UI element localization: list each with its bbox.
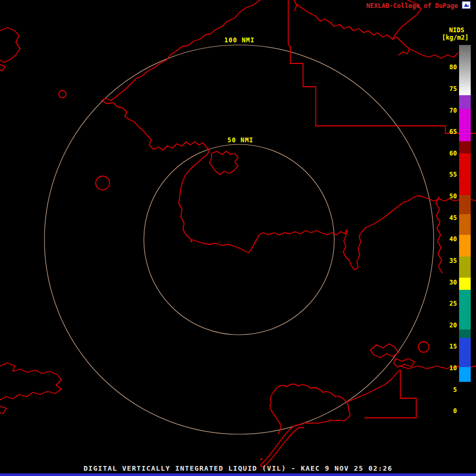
colorbar-segment [459,109,471,141]
colorbar-segment [459,257,471,278]
cod-page-icon [462,1,471,9]
range-ring-100nmi [44,45,434,434]
colorbar-tick-label: 15 [440,342,457,351]
map-outlines [0,0,476,466]
colorbar-tick-label: 20 [440,321,457,329]
map-dot-south [260,458,262,460]
colorbar-tick-label: 60 [440,149,457,158]
colorbar-tick-label: 45 [440,214,457,222]
colorbar-segment [459,329,471,338]
product-title: DIGITAL VERTICALLY INTEGRATED LIQUID (VI… [0,464,476,472]
coastline-west-blob-2 [0,65,5,71]
colorbar-tick-label: 10 [440,364,457,372]
colorbar-tick-label: 70 [440,106,457,115]
colorbar-segment [459,382,471,419]
colorbar-segment [459,278,471,290]
colorbar-segment [459,338,471,367]
range-ring-label-50nmi: 50 NMI [226,136,255,144]
coastline-southwest [0,363,61,414]
coastline-northeast-3 [409,49,458,58]
coastline-west-blob-1 [0,28,20,62]
colorbar-segment [459,290,471,329]
colorbar-units: [kg/m2] [442,34,469,41]
estuary-outline [209,151,238,175]
colorbar-tick-label: 30 [440,278,457,287]
island-southeast-2 [393,359,415,367]
colorbar-segment [459,95,471,109]
colorbar-segment [459,235,471,257]
delta-northeast-shore [346,370,399,402]
colorbar-title: NIDS [449,26,464,34]
delta-outline [261,384,350,466]
range-ring-label-100nmi: 100 NMI [223,36,257,44]
colorbar-segment [459,367,471,382]
lake-circle-west-small [59,90,66,98]
colorbar-segment [459,195,471,215]
brand-text: NEXLAB-College of DuPage [367,2,458,10]
range-ring-50nmi [144,144,334,335]
lake-circle-west-large [96,176,109,190]
colorbar-segment [459,153,471,195]
coastline-main [102,0,476,270]
range-rings [44,45,434,434]
colorbar-tick-label: 40 [440,235,457,243]
colorbar-tick-label: 75 [440,85,457,93]
colorbar-tick-label: 65 [440,127,457,136]
lake-circle-southeast [418,342,429,352]
colorbar-segment [459,141,471,153]
colorbar-tick-label: 80 [440,63,457,71]
delta-west-shore [270,391,281,434]
radar-map[interactable] [0,0,476,476]
county-border-southeast [365,370,416,418]
island-southeast-1 [370,344,398,358]
colorbar-tick-label: 0 [440,407,457,415]
bottom-blue-bar [0,473,476,476]
colorbar [459,45,471,419]
colorbar-tick-label: 55 [440,170,457,179]
colorbar-tick-label: 5 [440,386,457,394]
map-dot-center [190,240,193,242]
colorbar-tick-label: 35 [440,257,457,265]
colorbar-segment [459,45,471,95]
colorbar-segment [459,214,471,235]
colorbar-tick-label: 50 [440,192,457,200]
colorbar-tick-label: 25 [440,299,457,308]
radar-display: 100 NMI 50 NMI NEXLAB-College of DuPage … [0,0,476,476]
